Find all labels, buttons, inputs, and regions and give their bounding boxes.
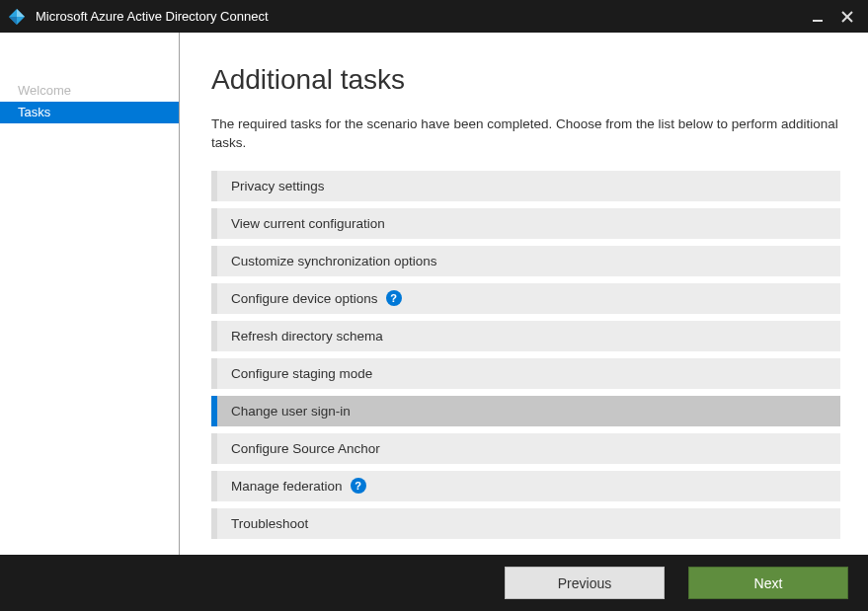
app-logo-icon xyxy=(8,8,26,26)
task-accent-bar xyxy=(211,283,217,314)
task-accent-bar xyxy=(211,508,217,539)
window-title: Microsoft Azure Active Directory Connect xyxy=(36,9,803,24)
task-label: Refresh directory schema xyxy=(231,329,383,344)
task-accent-bar xyxy=(211,433,217,464)
task-item[interactable]: View current configuration xyxy=(211,208,840,239)
task-item[interactable]: Refresh directory schema xyxy=(211,321,840,351)
task-label: Manage federation xyxy=(231,479,343,494)
help-icon[interactable]: ? xyxy=(386,290,402,306)
page-heading: Additional tasks xyxy=(211,64,840,96)
sidebar-item-label: Welcome xyxy=(18,83,71,98)
next-button[interactable]: Next xyxy=(688,567,848,599)
task-item[interactable]: Customize synchronization options xyxy=(211,246,840,276)
task-item[interactable]: Configure staging mode xyxy=(211,358,840,389)
task-label: Configure device options xyxy=(231,291,378,306)
help-icon[interactable]: ? xyxy=(351,478,366,494)
sidebar-item-label: Tasks xyxy=(18,105,50,119)
footer: Previous Next xyxy=(0,555,868,611)
previous-button[interactable]: Previous xyxy=(505,567,665,599)
task-label: Configure staging mode xyxy=(231,366,372,381)
task-label: Troubleshoot xyxy=(231,516,308,531)
task-label: Configure Source Anchor xyxy=(231,441,380,456)
close-button[interactable] xyxy=(832,3,862,31)
task-item[interactable]: Configure Source Anchor xyxy=(211,433,840,464)
sidebar: WelcomeTasks xyxy=(0,33,180,555)
task-accent-bar xyxy=(211,358,217,389)
svg-marker-3 xyxy=(9,17,17,25)
task-label: View current configuration xyxy=(231,216,385,231)
task-label: Customize synchronization options xyxy=(231,254,437,268)
task-accent-bar xyxy=(211,471,217,501)
sidebar-item-welcome[interactable]: Welcome xyxy=(0,80,179,102)
task-accent-bar xyxy=(211,171,217,201)
task-accent-bar xyxy=(211,321,217,351)
main-panel: Additional tasks The required tasks for … xyxy=(180,33,868,555)
task-accent-bar xyxy=(211,208,217,239)
task-item[interactable]: Configure device options? xyxy=(211,283,840,314)
task-accent-bar xyxy=(211,396,217,426)
svg-marker-2 xyxy=(17,9,25,17)
titlebar: Microsoft Azure Active Directory Connect xyxy=(0,0,868,33)
svg-rect-4 xyxy=(813,20,823,22)
task-item[interactable]: Manage federation? xyxy=(211,471,840,501)
task-accent-bar xyxy=(211,246,217,276)
page-description: The required tasks for the scenario have… xyxy=(211,115,840,153)
content-area: WelcomeTasks Additional tasks The requir… xyxy=(0,33,868,555)
minimize-button[interactable] xyxy=(803,3,832,31)
task-label: Privacy settings xyxy=(231,179,325,193)
task-label: Change user sign-in xyxy=(231,404,351,419)
task-item[interactable]: Privacy settings xyxy=(211,171,840,201)
sidebar-item-tasks[interactable]: Tasks xyxy=(0,102,179,123)
task-item[interactable]: Change user sign-in xyxy=(211,396,840,426)
task-list: Privacy settingsView current configurati… xyxy=(211,171,840,539)
task-item[interactable]: Troubleshoot xyxy=(211,508,840,539)
